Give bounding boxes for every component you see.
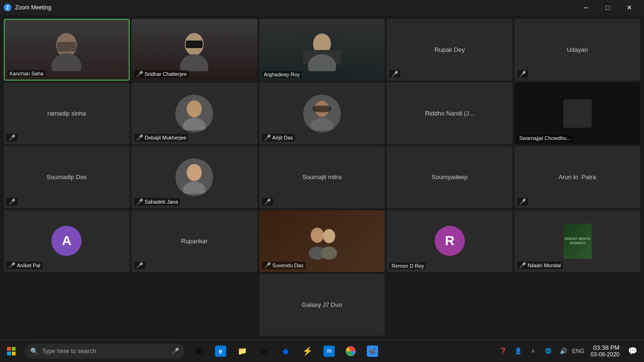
svg-point-10 <box>187 100 202 117</box>
participant-cell-aniket[interactable]: A 🎤 Aniket Pal <box>4 210 130 272</box>
search-bar[interactable]: 🔍 Type here to search 🎤 <box>25 344 185 359</box>
show-hidden-icon[interactable]: ∧ <box>527 341 540 362</box>
remon-avatar: R <box>435 226 465 256</box>
participant-cell-niladri[interactable]: GREAT WHITESHARKS 🎤 Niladri Mondal <box>514 210 640 272</box>
app-icon: Z <box>4 4 11 11</box>
participant-name-arghadeep: Arghadeep Roy <box>262 71 302 78</box>
dropbox-icon: ◆ <box>280 346 291 357</box>
taskbar: 🔍 Type here to search 🎤 ⊞ e 📁 🛍 ◆ ⚡ ✉ <box>0 339 644 362</box>
niladri-label: 🎤 Niladri Mondal <box>517 262 562 269</box>
video-grid: Kanchan Saha 🎤 Sridhar Chatterjee <box>4 19 640 336</box>
taskbar-app-dropbox[interactable]: ◆ <box>275 341 296 362</box>
svg-point-11 <box>183 118 206 130</box>
notification-center-icon[interactable]: 💬 <box>625 341 640 362</box>
zoom-icon: 📹 <box>367 346 378 357</box>
participant-cell-swarnajjal[interactable]: Swarnajjal Chowdhu... <box>514 82 640 144</box>
svg-point-20 <box>321 247 337 260</box>
mic-icon: 🎤 <box>172 347 179 354</box>
volume-icon[interactable]: 🔊 <box>557 341 570 362</box>
search-placeholder-text: Type here to search <box>42 347 168 354</box>
sahadeb-photo <box>175 158 213 196</box>
participant-cell-soumajit[interactable]: Soumajit mitra 🎤 <box>259 146 385 208</box>
soumyadeep-content: Soumyadeep <box>387 146 512 208</box>
empty-cell-1 <box>4 274 130 336</box>
debajit-label: 🎤 Debajit Mukherjee <box>134 134 189 141</box>
soumadip-label: 🎤 <box>7 198 17 206</box>
search-icon: 🔍 <box>30 347 38 355</box>
empty-cell-2 <box>132 274 257 336</box>
remon-name: Remon D Roy <box>389 263 426 269</box>
suvendu-label: 🎤 Suvendu Das <box>262 262 305 269</box>
participant-cell-remon[interactable]: R Remon D Roy <box>387 210 512 272</box>
participant-cell-arun[interactable]: Arun kr. Patra 🎤 <box>514 146 640 208</box>
udayan-content: Udayan <box>514 19 640 81</box>
taskbar-app-lightning[interactable]: ⚡ <box>297 341 318 362</box>
minimize-button[interactable]: ─ <box>575 0 597 15</box>
participant-label-sridhar: 🎤 Sridhar Chatterjee <box>134 70 189 78</box>
udayan-name: Udayan <box>567 46 588 53</box>
window-controls: ─ □ ✕ <box>575 0 640 15</box>
participant-cell-ratnadip[interactable]: ratnadip sinha 🎤 <box>4 82 130 144</box>
rupak-name: Rupak Dey <box>435 46 465 53</box>
system-tray: ❓ 👤 ∧ 🌐 🔊 ENG 03:38 PM 03-06-2020 💬 <box>496 341 644 362</box>
title-bar-left: Z Zoom Meeting <box>4 4 51 11</box>
maximize-button[interactable]: □ <box>597 0 619 15</box>
participant-cell-galaxy[interactable]: Galaxy J7 Duo <box>259 274 385 336</box>
participant-cell-soumyadeep[interactable]: Soumyadeep <box>387 146 512 208</box>
svg-point-17 <box>311 228 324 243</box>
taskbar-app-store[interactable]: 🛍 <box>254 341 274 362</box>
svg-rect-13 <box>313 106 331 112</box>
soumadip-name: Soumadip Das <box>47 173 87 181</box>
date-display: 03-06-2020 <box>591 351 619 358</box>
galaxy-content: Galaxy J7 Duo <box>259 274 385 336</box>
rupankar-name: Rupankar <box>181 238 207 245</box>
riddho-name: Riddho Nandi (J... <box>425 110 474 117</box>
participant-cell-suvendu[interactable]: 🎤 Suvendu Das <box>259 210 385 272</box>
arun-name: Arun kr. Patra <box>559 173 596 181</box>
participant-cell-rupankar[interactable]: Rupankar 🎤 <box>132 210 257 272</box>
close-button[interactable]: ✕ <box>619 0 640 15</box>
debajit-photo <box>175 95 213 132</box>
udayan-label: 🎤 <box>517 70 528 78</box>
swarnajjal-photo <box>563 99 592 128</box>
participant-cell-riddho[interactable]: Riddho Nandi (J... <box>387 82 512 144</box>
arijit-label: 🎤 Arijit Das <box>262 134 295 141</box>
participant-cell-soumadip[interactable]: Soumadip Das 🎤 <box>4 146 130 208</box>
store-icon: 🛍 <box>258 346 270 357</box>
aniket-label: 🎤 Aniket Pal <box>7 262 42 269</box>
participant-cell-arijit[interactable]: 🎤 Arijit Das <box>259 82 385 144</box>
participant-cell-sridhar[interactable]: 🎤 Sridhar Chatterjee <box>132 19 257 81</box>
person-tray-icon[interactable]: 👤 <box>512 341 525 362</box>
sahadeb-label: 🎤 Sahadeb Jana <box>134 198 180 206</box>
network-icon[interactable]: 🌐 <box>542 341 555 362</box>
taskbar-app-edge[interactable]: e <box>210 341 231 362</box>
svg-point-5 <box>180 54 208 71</box>
taskbar-app-zoom[interactable]: 📹 <box>362 341 383 362</box>
taskbar-app-explorer[interactable]: 📁 <box>232 341 253 362</box>
mail-icon: ✉ <box>323 346 335 357</box>
rupankar-content: Rupankar <box>132 210 257 272</box>
soumajit-content: Soumajit mitra <box>259 146 385 208</box>
participant-cell-udayan[interactable]: Udayan 🎤 <box>514 19 640 81</box>
ratnadip-label: 🎤 <box>7 134 17 141</box>
taskbar-app-mail[interactable]: ✉ <box>319 341 339 362</box>
participant-cell-rupak[interactable]: Rupak Dey 🎤 <box>387 19 512 81</box>
taskbar-app-chrome[interactable] <box>340 341 361 362</box>
help-tray-icon[interactable]: ❓ <box>496 341 510 362</box>
svg-rect-2 <box>57 42 76 51</box>
participant-name-kanchan: Kanchan Saha <box>8 70 45 77</box>
participant-cell-kanchan[interactable]: Kanchan Saha <box>4 19 130 81</box>
system-clock[interactable]: 03:38 PM 03-06-2020 <box>587 344 623 358</box>
windows-icon <box>7 347 16 355</box>
participant-cell-sahadeb[interactable]: 🎤 Sahadeb Jana <box>132 146 257 208</box>
taskbar-app-taskview[interactable]: ⊞ <box>189 341 209 362</box>
meeting-area: Kanchan Saha 🎤 Sridhar Chatterjee <box>0 15 644 339</box>
participant-cell-debajit[interactable]: 🎤 Debajit Mukherjee <box>132 82 257 144</box>
lightning-icon: ⚡ <box>302 346 313 357</box>
svg-point-1 <box>51 53 82 71</box>
ratnadip-name: ratnadip sinha <box>48 110 86 117</box>
riddho-content: Riddho Nandi (J... <box>387 82 512 144</box>
taskbar-apps: ⊞ e 📁 🛍 ◆ ⚡ ✉ <box>189 341 383 362</box>
participant-cell-arghadeep[interactable]: Arghadeep Roy <box>259 19 385 81</box>
start-button[interactable] <box>0 340 23 362</box>
